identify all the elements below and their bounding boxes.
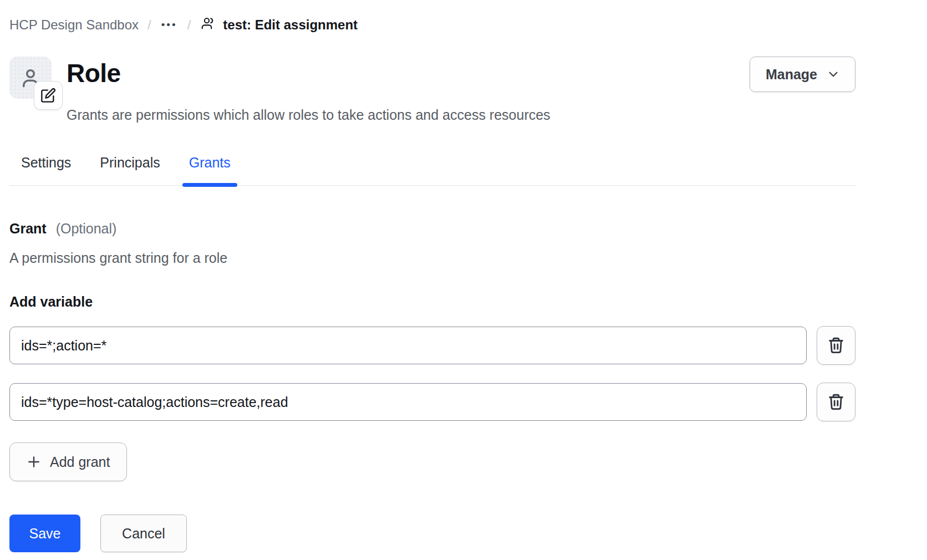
breadcrumb-current: test: Edit assignment <box>200 17 358 33</box>
trash-icon <box>827 393 845 411</box>
grant-input-1[interactable] <box>9 327 807 364</box>
save-button[interactable]: Save <box>9 515 80 552</box>
form-actions: Save Cancel <box>9 515 855 552</box>
add-grant-button[interactable]: Add grant <box>9 442 127 481</box>
add-grant-label: Add grant <box>50 454 110 470</box>
tab-settings[interactable]: Settings <box>14 154 78 185</box>
manage-button-label: Manage <box>766 67 817 83</box>
grant-input-2[interactable] <box>9 383 807 421</box>
tab-principals[interactable]: Principals <box>93 154 166 185</box>
title-block: Role Grants are permissions which allow … <box>67 57 551 123</box>
grant-row <box>9 383 855 421</box>
add-variable-heading: Add variable <box>9 293 855 310</box>
manage-button[interactable]: Manage <box>750 57 855 92</box>
role-avatar-wrap <box>9 57 52 99</box>
breadcrumb-current-label: test: Edit assignment <box>223 17 358 33</box>
grant-field-description: A permissions grant string for a role <box>9 250 855 267</box>
tab-bar: Settings Principals Grants <box>9 154 855 186</box>
users-icon <box>200 17 216 33</box>
role-page: HCP Design Sandbox / ••• / test: Edit as… <box>0 0 927 552</box>
page-title: Role <box>67 57 551 90</box>
grant-label-text: Grant <box>9 221 47 236</box>
breadcrumb: HCP Design Sandbox / ••• / test: Edit as… <box>9 17 855 33</box>
delete-grant-1-button[interactable] <box>817 326 855 365</box>
breadcrumb-separator: / <box>147 17 151 33</box>
trash-icon <box>827 336 845 355</box>
cancel-button[interactable]: Cancel <box>100 515 187 552</box>
grant-optional-text: (Optional) <box>56 221 117 236</box>
plus-icon <box>27 455 41 469</box>
edit-avatar-button[interactable] <box>34 81 63 110</box>
tab-grants-label: Grants <box>189 155 231 170</box>
breadcrumb-ellipsis-button[interactable]: ••• <box>160 17 179 33</box>
page-subtitle: Grants are permissions which allow roles… <box>67 106 551 123</box>
page-header: Role Grants are permissions which allow … <box>9 57 855 123</box>
grant-field-label: Grant (Optional) <box>9 220 855 237</box>
edit-icon <box>40 88 56 103</box>
delete-grant-2-button[interactable] <box>817 383 855 421</box>
active-tab-indicator <box>182 183 237 187</box>
grants-form: Grant (Optional) A permissions grant str… <box>9 220 855 552</box>
breadcrumb-link-sandbox[interactable]: HCP Design Sandbox <box>9 17 139 33</box>
tab-grants[interactable]: Grants <box>182 154 237 185</box>
breadcrumb-separator: / <box>187 17 191 33</box>
grant-row <box>9 326 855 365</box>
chevron-down-icon <box>827 68 839 80</box>
